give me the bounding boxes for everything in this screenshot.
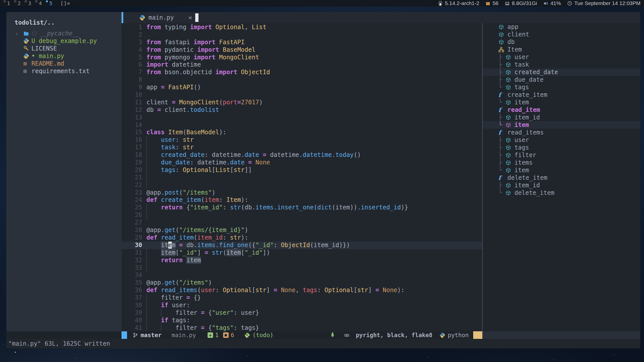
line-number: 35 xyxy=(122,279,142,287)
code-line[interactable]: 15class Item(BaseModel): xyxy=(122,129,482,136)
code-line[interactable]: 41▏ ▏ filter = {"tags": tags} xyxy=(122,324,482,331)
outline-item[interactable]: ├created_date xyxy=(483,68,640,76)
code-line[interactable]: 31▏ item["_id"] = str(item["_id"]) xyxy=(122,249,482,257)
code-line[interactable]: 2 xyxy=(122,31,482,39)
outline-item[interactable]: Item xyxy=(483,46,640,53)
code-line[interactable]: 9app = FastAPI() xyxy=(122,84,482,91)
outline-item[interactable]: └delete_item xyxy=(483,189,640,197)
line-number: 5 xyxy=(122,54,142,61)
symbol-name: app xyxy=(507,23,518,30)
symbol-name: filter xyxy=(514,152,536,159)
file-tree-item[interactable]: ≡README.md xyxy=(6,60,122,67)
code-line[interactable]: 1from typing import Optional, List xyxy=(122,24,482,31)
code-line[interactable]: 32▏ return item xyxy=(122,257,482,264)
workspace-1[interactable]: 1 xyxy=(3,0,14,7)
outline-item[interactable]: └item xyxy=(483,166,640,174)
code-line[interactable]: 27 xyxy=(122,219,482,227)
code-line[interactable]: 38▏ if user: xyxy=(122,302,482,309)
workspace-4[interactable]: 4 xyxy=(35,0,45,7)
workspace-2[interactable]: 2 xyxy=(14,0,24,7)
code-line[interactable]: 37▏ filter = {} xyxy=(122,294,482,302)
file-name: __pycache__ xyxy=(40,30,80,37)
outline-item[interactable]: fread_item xyxy=(483,106,640,114)
code-line[interactable]: 12db = client.todolist xyxy=(122,106,482,114)
tree-connector: └ xyxy=(498,99,505,106)
file-tree-item[interactable]: U debug_example.py xyxy=(6,37,122,45)
tab-main-py[interactable]: main.py ✕ xyxy=(123,12,198,23)
outline-item[interactable]: app xyxy=(483,23,640,31)
code-line[interactable]: 14 xyxy=(122,121,482,129)
code-line[interactable]: 16▏ user: str xyxy=(122,136,482,144)
code-line[interactable]: 19▏ due_date: datetime.date = None xyxy=(122,159,482,166)
code-line[interactable]: 10 xyxy=(122,91,482,99)
outline-item[interactable]: ├items xyxy=(483,159,640,166)
code-line[interactable]: 29def read_item(item_id: str): xyxy=(122,234,482,242)
outline-item[interactable]: ├due_date xyxy=(483,76,640,83)
outline-item[interactable]: ├tags xyxy=(483,144,640,151)
code-line[interactable]: 34 xyxy=(122,272,482,279)
outline-item[interactable]: ├filter xyxy=(483,151,640,159)
workspace-3[interactable]: 3 xyxy=(24,0,35,7)
filetype-label: python xyxy=(448,332,469,338)
file-tree-item[interactable]: LICENSE xyxy=(6,45,122,52)
code-editor[interactable]: 1from typing import Optional, List23from… xyxy=(122,23,482,331)
file-tree-item[interactable]: • main.py xyxy=(6,52,122,60)
outline-item[interactable]: ├item_id xyxy=(483,114,640,121)
code-line[interactable]: 3from fastapi import FastAPI xyxy=(122,39,482,46)
code-line[interactable]: 21▏ xyxy=(122,174,482,182)
outline-item[interactable]: ├task xyxy=(483,61,640,68)
symbols-outline-pane: appclientdbItem├user├task├created_date├d… xyxy=(483,23,640,331)
code-line[interactable]: 33▏ xyxy=(122,264,482,272)
code-line[interactable]: 4from pydantic import BaseModel xyxy=(122,46,482,54)
outline-item[interactable]: ├user xyxy=(483,53,640,61)
package-count: 56 xyxy=(493,0,498,6)
code-line[interactable]: 40▏ if tags: xyxy=(122,317,482,324)
tree-connector: ├ xyxy=(498,144,505,151)
code-line[interactable]: 24def create_item(item: Item): xyxy=(122,196,482,204)
outline-item[interactable]: └item xyxy=(483,99,640,106)
code-line[interactable]: 17▏ task: str xyxy=(122,144,482,151)
code-line[interactable]: 39▏ ▏ filter = {"user": user} xyxy=(122,309,482,317)
line-number: 20 xyxy=(122,166,142,174)
outline-item[interactable]: fcreate_item xyxy=(483,91,640,99)
outline-item[interactable]: db xyxy=(483,38,640,46)
code-line[interactable]: 11client = MongoClient(port=27017) xyxy=(122,99,482,106)
tab-label: main.py xyxy=(148,14,174,21)
code-line[interactable]: 28@app.get("/items/{item_id}") xyxy=(122,227,482,234)
code-line[interactable]: 36def read_items(user: Optional[str] = N… xyxy=(122,287,482,294)
code-line[interactable]: 6import datetime xyxy=(122,61,482,69)
symbol-name: client xyxy=(507,31,529,38)
command-line[interactable]: "main.py" 63L, 1625C written xyxy=(6,339,640,348)
kernel-version: 5.14.2-arch1-2 xyxy=(445,0,479,6)
outline-item[interactable]: client xyxy=(483,31,640,38)
code-line[interactable]: 26▏ xyxy=(122,211,482,219)
variable-cube-icon xyxy=(505,145,512,151)
file-tree-item[interactable]: ›__pycache__ xyxy=(6,30,122,37)
code-line[interactable]: 23@app.post("/items") xyxy=(122,189,482,197)
code-line[interactable]: 25▏ return {"item_id": str(db.items.inse… xyxy=(122,204,482,211)
line-number: 26 xyxy=(122,211,142,219)
tabline: main.py ✕ xyxy=(122,12,640,23)
code-line[interactable]: 7from bson.objectid import ObjectId xyxy=(122,69,482,76)
code-line[interactable]: 20▏ tags: Optional[List[str]] xyxy=(122,166,482,174)
file-tree-item[interactable]: ≡requirements.txt xyxy=(6,67,122,75)
outline-item[interactable]: fread_items xyxy=(483,129,640,136)
code-line[interactable]: 35@app.get("/items") xyxy=(122,279,482,287)
tab-close-icon[interactable]: ✕ xyxy=(188,14,192,21)
code-line[interactable]: 18▏ created_date: datetime.date = dateti… xyxy=(122,151,482,159)
outline-item[interactable]: ├item_id xyxy=(483,182,640,189)
python-icon xyxy=(23,38,31,44)
code-line[interactable]: 30 item = db.items.find_one({"_id": Obje… xyxy=(122,242,482,249)
code-line[interactable]: 13 xyxy=(122,114,482,121)
statusline-filename: main.py xyxy=(172,332,196,338)
line-number: 7 xyxy=(122,69,142,76)
workspace-5[interactable]: 5 xyxy=(45,0,56,7)
code-line[interactable]: 8 xyxy=(122,76,482,84)
outline-item[interactable]: ├user xyxy=(483,136,640,144)
outline-item[interactable]: fdelete_item xyxy=(483,174,640,182)
code-line[interactable]: 22▏ xyxy=(122,182,482,189)
line-number: 18 xyxy=(122,151,142,159)
outline-item[interactable]: └item xyxy=(483,121,640,129)
code-line[interactable]: 5from pymongo import MongoClient xyxy=(122,54,482,61)
outline-item[interactable]: └tags xyxy=(483,83,640,91)
